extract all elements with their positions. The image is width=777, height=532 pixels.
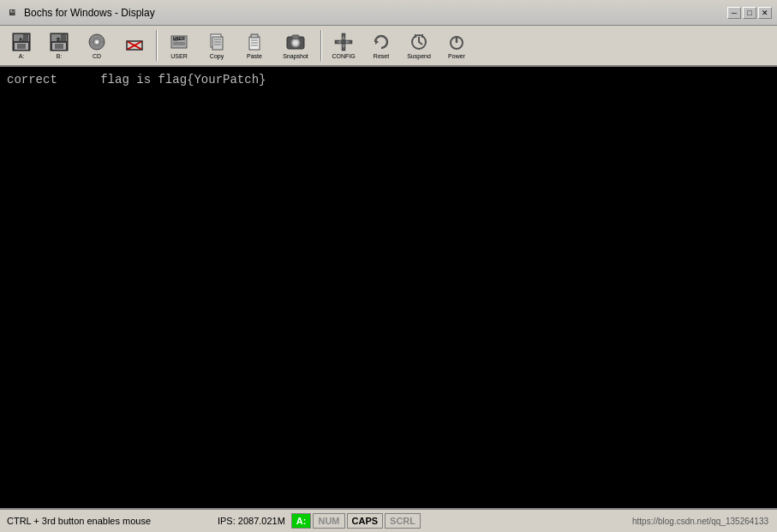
copy-svg <box>207 33 226 51</box>
floppy-b-label: B: <box>57 53 63 59</box>
user-svg: USER <box>170 33 188 51</box>
status-url: https://blog.csdn.net/qq_135264133 <box>632 517 772 526</box>
svg-rect-2 <box>23 34 28 41</box>
copy-label: Copy <box>210 53 224 59</box>
window-controls: ─ □ ✕ <box>727 7 772 19</box>
power-button[interactable]: Power <box>439 28 475 63</box>
paste-icon <box>244 32 265 52</box>
floppy-a-icon: A: <box>11 32 32 52</box>
badge-drive-a[interactable]: A: <box>291 513 312 529</box>
badge-scroll-lock[interactable]: SCRL <box>385 513 421 529</box>
close-button[interactable]: ✕ <box>758 7 772 19</box>
paste-label: Paste <box>247 53 262 59</box>
floppy-b-svg: B: <box>50 33 69 51</box>
floppy-a-button[interactable]: A: A: <box>3 28 39 63</box>
svg-point-38 <box>293 40 298 45</box>
reset-button[interactable]: Reset <box>363 28 399 63</box>
toolbar: A: A: B: B: <box>0 26 777 67</box>
power-label: Power <box>448 53 465 59</box>
badge-num-lock[interactable]: NUM <box>313 513 344 529</box>
network-svg <box>125 36 144 55</box>
config-button[interactable]: CONFIG <box>326 28 362 63</box>
minimize-button[interactable]: ─ <box>727 7 741 19</box>
suspend-button[interactable]: Suspend <box>401 28 437 63</box>
svg-marker-46 <box>375 39 379 45</box>
reset-label: Reset <box>374 53 389 59</box>
sep1 <box>156 30 158 61</box>
copy-icon <box>206 32 227 52</box>
cd-button[interactable]: CD <box>79 28 115 63</box>
power-icon <box>446 32 467 52</box>
floppy-b-icon: B: <box>49 32 69 52</box>
power-svg <box>447 33 466 51</box>
status-ips: IPS: 2087.021M <box>218 516 290 526</box>
restore-button[interactable]: □ <box>743 7 756 19</box>
config-svg <box>334 33 353 51</box>
sep2 <box>320 30 322 61</box>
config-label: CONFIG <box>332 53 355 59</box>
svg-text:A:: A: <box>19 37 24 42</box>
svg-rect-32 <box>251 34 258 38</box>
snapshot-icon <box>285 32 306 52</box>
user-icon: USER <box>169 32 189 52</box>
svg-text:B:: B: <box>57 37 62 42</box>
reset-svg <box>372 33 391 51</box>
config-icon <box>333 32 354 52</box>
cd-svg <box>87 33 106 51</box>
snapshot-label: Snapshot <box>283 53 308 59</box>
svg-text:USER: USER <box>173 36 185 41</box>
svg-point-14 <box>95 40 99 44</box>
display-text: correct flag is flag{YourPatch} <box>7 72 770 89</box>
svg-rect-10 <box>55 44 63 49</box>
paste-button[interactable]: Paste <box>236 28 272 63</box>
svg-rect-23 <box>173 42 185 44</box>
user-button[interactable]: USER USER <box>161 28 197 63</box>
svg-rect-27 <box>212 37 223 50</box>
suspend-icon <box>409 32 429 52</box>
cd-icon <box>87 32 107 52</box>
snapshot-button[interactable]: Snapshot <box>274 28 317 63</box>
paste-svg <box>245 33 264 51</box>
reset-icon <box>371 32 391 52</box>
svg-rect-39 <box>292 35 299 39</box>
floppy-b-button[interactable]: B: B: <box>41 28 77 63</box>
suspend-label: Suspend <box>407 53 431 59</box>
titlebar: 🖥 Bochs for Windows - Display ─ □ ✕ <box>0 0 777 26</box>
network-button[interactable] <box>117 28 152 63</box>
badge-caps-lock[interactable]: CAPS <box>347 513 384 529</box>
network-icon <box>124 35 145 56</box>
user-label: USER <box>170 53 187 59</box>
suspend-svg <box>409 33 428 51</box>
app-icon: 🖥 <box>5 6 19 20</box>
display-area[interactable]: correct flag is flag{YourPatch} <box>0 67 777 508</box>
floppy-a-label: A: <box>19 53 25 59</box>
snapshot-svg <box>286 33 305 51</box>
floppy-a-svg: A: <box>12 33 31 51</box>
statusbar: CTRL + 3rd button enables mouse IPS: 208… <box>0 508 777 532</box>
svg-rect-24 <box>173 44 185 45</box>
status-mouse-hint: CTRL + 3rd button enables mouse <box>5 516 218 526</box>
svg-rect-8 <box>61 34 66 41</box>
copy-button[interactable]: Copy <box>199 28 235 63</box>
svg-rect-4 <box>17 44 26 49</box>
cd-label: CD <box>93 53 101 59</box>
window-title: Bochs for Windows - Display <box>24 7 727 19</box>
